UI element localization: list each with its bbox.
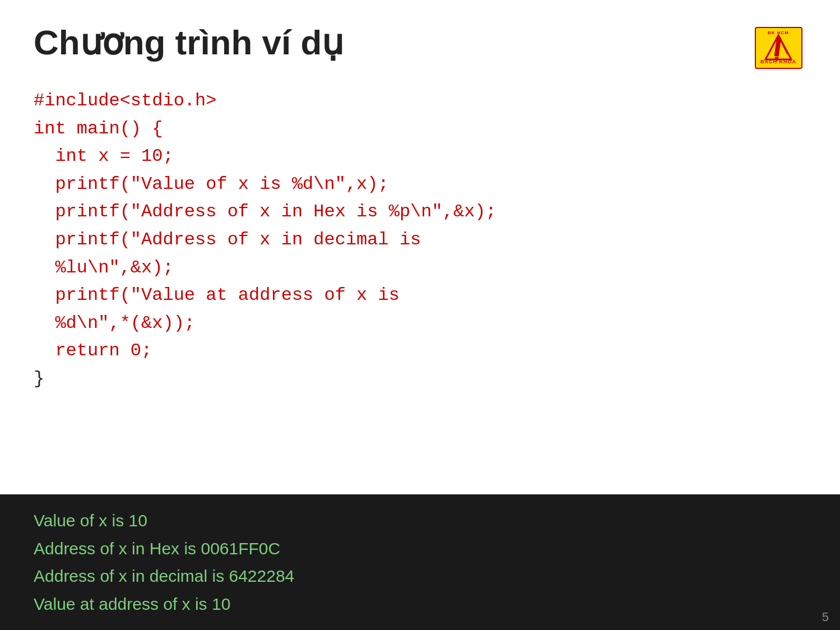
code-line-5: printf("Address of x in Hex is %p\n",&x)… xyxy=(34,198,806,226)
output-line-3: Address of x in decimal is 6422284 xyxy=(34,562,806,590)
logo-badge: BK HCM BÁCH KHOA xyxy=(755,27,802,69)
code-line-1: #include<stdio.h> xyxy=(34,87,806,115)
output-line-1: Value of x is 10 xyxy=(34,507,806,535)
slide-container: Chương trình ví dụ BK HCM BÁCH KHOA #inc… xyxy=(0,0,840,630)
code-line-7b: %d\n",*(&x)); xyxy=(34,309,806,337)
logo-area: BK HCM BÁCH KHOA xyxy=(750,25,806,70)
code-line-6b: %lu\n",&x); xyxy=(34,254,806,282)
logo-top-text: BK HCM xyxy=(768,30,789,35)
output-line-4: Value at address of x is 10 xyxy=(34,590,806,618)
code-line-7a: printf("Value at address of x is xyxy=(34,281,806,309)
title-area: Chương trình ví dụ BK HCM BÁCH KHOA xyxy=(0,0,840,81)
output-area: Value of x is 10 Address of x in Hex is … xyxy=(0,494,840,630)
code-line-4: printf("Value of x is %d\n",x); xyxy=(34,170,806,198)
code-line-9: } xyxy=(34,365,806,393)
code-line-2: int main() { xyxy=(34,115,806,143)
code-area: #include<stdio.h> int main() { int x = 1… xyxy=(0,81,840,404)
logo-bottom-text: BÁCH KHOA xyxy=(760,59,796,64)
code-line-6a: printf("Address of x in decimal is xyxy=(34,226,806,254)
code-line-8: return 0; xyxy=(34,337,806,365)
page-number: 5 xyxy=(822,610,829,624)
slide-title: Chương trình ví dụ xyxy=(34,22,344,62)
code-line-3: int x = 10; xyxy=(34,142,806,170)
output-line-2: Address of x in Hex is 0061FF0C xyxy=(34,535,806,563)
